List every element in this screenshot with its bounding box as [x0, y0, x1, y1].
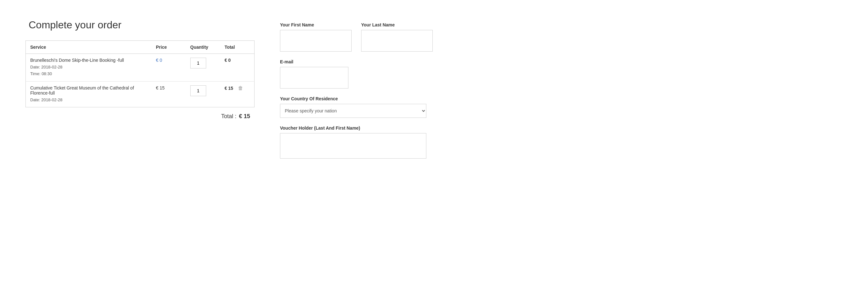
email-label: E-mail: [280, 59, 433, 64]
email-group: E-mail: [280, 59, 433, 88]
total-cell: € 0: [220, 54, 254, 82]
name-row: Your First Name Your Last Name: [280, 22, 433, 52]
quantity-input[interactable]: [190, 85, 206, 96]
last-name-field[interactable]: [361, 30, 433, 52]
order-total-row: Total : € 15: [26, 107, 254, 120]
first-name-field[interactable]: [280, 30, 351, 52]
price-cell: € 0: [151, 54, 186, 82]
quantity-input[interactable]: [190, 58, 206, 68]
left-section: Complete your order Service Price Quanti…: [26, 19, 254, 288]
col-header-quantity: Quantity: [186, 41, 220, 54]
total-label: Total :: [221, 113, 237, 120]
voucher-label: Voucher Holder (Last And First Name): [280, 125, 433, 131]
country-group: Your Country Of Residence Please specify…: [280, 96, 433, 118]
page-container: Complete your order Service Price Quanti…: [0, 0, 868, 307]
service-name: Cumulative Ticket Great Museum of the Ca…: [30, 85, 147, 95]
voucher-field[interactable]: [280, 133, 426, 159]
country-select[interactable]: Please specify your nation Italy United …: [280, 104, 426, 118]
qty-cell: [186, 81, 220, 107]
email-field[interactable]: [280, 67, 348, 88]
total-value: € 15: [225, 86, 233, 91]
col-header-service: Service: [26, 41, 151, 54]
price-value: € 15: [156, 85, 164, 90]
total-value: € 0: [225, 58, 231, 63]
table-row: Brunelleschi's Dome Skip-the-Line Bookin…: [26, 54, 254, 82]
right-section: Your First Name Your Last Name E-mail Yo…: [280, 19, 433, 288]
delete-icon[interactable]: 🗑: [238, 85, 243, 91]
voucher-group: Voucher Holder (Last And First Name): [280, 125, 433, 159]
col-header-total: Total: [220, 41, 254, 54]
first-name-group: Your First Name: [280, 22, 351, 52]
order-total-value: € 15: [239, 113, 250, 120]
first-name-label: Your First Name: [280, 22, 351, 27]
order-table: Service Price Quantity Total Brunellesch…: [26, 40, 254, 107]
service-cell: Brunelleschi's Dome Skip-the-Line Bookin…: [26, 54, 151, 82]
price-value: € 0: [156, 58, 162, 63]
service-meta: Date: 2018-02-28 Time: 08:30: [30, 64, 147, 77]
total-cell: € 15 🗑: [220, 81, 254, 107]
country-label: Your Country Of Residence: [280, 96, 433, 101]
page-title: Complete your order: [26, 19, 254, 31]
last-name-group: Your Last Name: [361, 22, 433, 52]
service-cell: Cumulative Ticket Great Museum of the Ca…: [26, 81, 151, 107]
service-meta: Date: 2018-02-28: [30, 97, 147, 104]
price-cell: € 15: [151, 81, 186, 107]
qty-cell: [186, 54, 220, 82]
table-row: Cumulative Ticket Great Museum of the Ca…: [26, 81, 254, 107]
service-name: Brunelleschi's Dome Skip-the-Line Bookin…: [30, 58, 147, 63]
last-name-label: Your Last Name: [361, 22, 433, 27]
col-header-price: Price: [151, 41, 186, 54]
